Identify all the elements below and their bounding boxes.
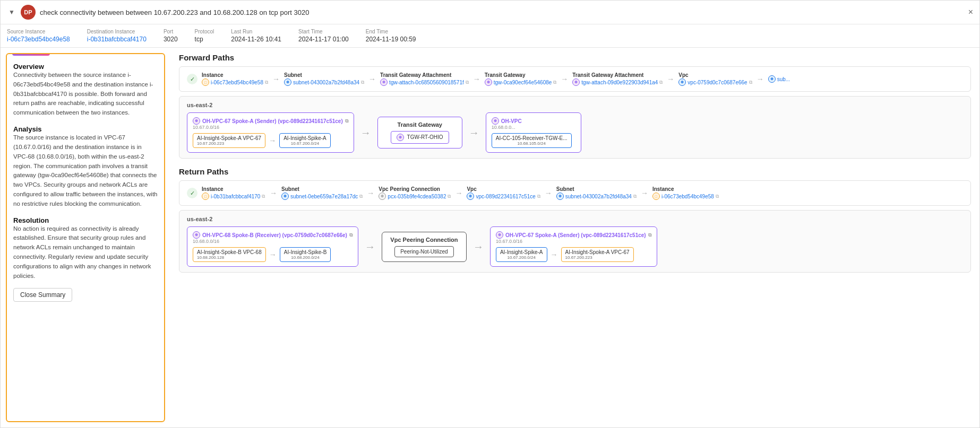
port-meta: Port 3020 — [164, 29, 178, 43]
end-time-value: 2024-11-19 00:59 — [366, 36, 416, 43]
return-receiver-lock-node: AI-Insight-Spike-B 10.68.200.0/24 — [280, 247, 331, 262]
resolution-text: No action is required as connectivity is… — [13, 224, 158, 281]
source-instance-value[interactable]: i-06c73ebd54bc49e58 — [7, 36, 70, 43]
return-peering-icon: ⊕ — [379, 193, 386, 200]
close-summary-button[interactable]: Close Summary — [13, 288, 72, 302]
protocol-value: tcp — [195, 36, 214, 43]
copy-vpc-icon[interactable]: ⧉ — [345, 118, 348, 124]
ai-badge-label: Kentik AI — [23, 53, 46, 55]
forward-paths-section: Forward Paths ✓ Instance □ i-06c73ebd54b… — [179, 53, 971, 159]
forward-paths-title: Forward Paths — [179, 53, 971, 62]
forward-node-sub: ⊕ sub... — [768, 75, 832, 83]
overview-title: Overview — [13, 63, 158, 71]
forward-sender-subnet-node: AI-Insight-Spoke-A VPC-67 10.67.200.223 — [193, 133, 265, 148]
big-arrow-2: → — [469, 127, 479, 139]
forward-sender-vpc-box: ⊕ OH-VPC-67 Spoke-A (Sender) (vpc-089d22… — [187, 112, 354, 153]
return-copy-vpc-icon[interactable]: ⧉ — [349, 232, 353, 238]
return-node-vpc: Vpc ⊕ vpc-089d22341617c51ce ⧉ — [467, 186, 540, 200]
paths-area: Forward Paths ✓ Instance □ i-06c73ebd54b… — [170, 48, 979, 427]
avatar: DP — [21, 5, 36, 20]
return-copy-6[interactable]: ⧉ — [716, 194, 719, 199]
return-region-inner: ⊕ OH-VPC-68 Spoke-B (Receiver) (vpc-0759… — [187, 226, 963, 267]
return-paths-title: Return Paths — [179, 167, 971, 176]
forward-sender-vpc-nodes: AI-Insight-Spoke-A VPC-67 10.67.200.223 … — [193, 133, 348, 148]
dropdown-button[interactable]: ▼ — [7, 7, 16, 17]
forward-receiver-vpc-box: ⊕ OH-VPC 10.68.0.0... AI-CC-105-Receiver… — [486, 112, 581, 153]
destination-instance-meta: Destination Instance i-0b31bafcbbcaf4170 — [87, 29, 147, 43]
return-sender-vpc-icon: ⊕ — [496, 231, 503, 239]
return-node-subnet-1: Subnet ⊕ subnet-0ebe659a7e28a17dc ⧉ — [281, 186, 363, 200]
resolution-section: Resolution No action is required as conn… — [13, 214, 158, 281]
start-time-value: 2024-11-17 01:00 — [298, 36, 349, 43]
return-receiver-vpc-nodes: AI-Insight-Spoke-B VPC-68 10.68.200.128 … — [193, 247, 353, 262]
forward-node-tgw-attach-1: Transit Gateway Attachment ⊕ tgw-attach-… — [380, 72, 469, 86]
return-arrow-4: → — [540, 189, 556, 197]
return-peering-node: Peering-Not-Utilized — [394, 246, 453, 257]
last-run-label: Last Run — [231, 29, 281, 34]
forward-node-vpc: Vpc ⊕ vpc-0759d0c7c0687e66e ⧉ — [678, 72, 752, 86]
return-subnet-icon: ⊕ — [281, 193, 289, 200]
forward-receiver-vpc-cidr: 10.68.0.0... — [492, 125, 575, 130]
return-path-header-row: ✓ Instance □ i-0b31bafcbbcaf4170 ⧉ → Sub… — [187, 186, 963, 200]
main-content: ✦ Kentik AI Overview Connectivity betwee… — [1, 48, 979, 427]
forward-sender-vpc-title: ⊕ OH-VPC-67 Spoke-A (Sender) (vpc-089d22… — [193, 117, 348, 125]
analysis-title: Analysis — [13, 125, 158, 133]
return-inner-arrow-2: → — [551, 250, 558, 259]
close-button[interactable]: × — [968, 8, 973, 16]
return-instance2-icon: □ — [652, 193, 660, 200]
resolution-title: Resolution — [13, 216, 158, 224]
forward-region-inner: ⊕ OH-VPC-67 Spoke-A (Sender) (vpc-089d22… — [187, 112, 963, 153]
arrow-3: → — [469, 75, 485, 83]
return-big-arrow-1: → — [365, 241, 375, 253]
return-sender-lock-node: AI-Insight-Spike-A 10.67.200.0/24 — [496, 247, 547, 262]
return-receiver-vpc-box: ⊕ OH-VPC-68 Spoke-B (Receiver) (vpc-0759… — [187, 226, 358, 267]
tgw-icon: ⊕ — [485, 78, 492, 86]
protocol-label: Protocol — [195, 29, 214, 34]
tgw-route-icon: ⊕ — [397, 134, 404, 141]
forward-tgw-box: Transit Gateway ⊕ TGW-RT-OHIO — [377, 117, 462, 149]
return-receiver-vpc-title: ⊕ OH-VPC-68 Spoke-B (Receiver) (vpc-0759… — [193, 231, 353, 239]
forward-receiver-vpc-nodes: AI-CC-105-Receiver-TGW-E... 10.68.105.0/… — [492, 133, 575, 148]
arrow-6: → — [752, 75, 768, 83]
return-sender-vpc-title: ⊕ OH-VPC-67 Spoke-A (Sender) (vpc-089d22… — [496, 231, 651, 239]
return-node-vpc-peering: Vpc Peering Connection ⊕ pcx-035b9fe4cde… — [379, 186, 451, 200]
arrow-2: → — [364, 75, 380, 83]
vpc-purple-icon-2: ⊕ — [492, 117, 499, 125]
return-inner-arrow-1: → — [269, 250, 277, 259]
vpc-purple-icon: ⊕ — [193, 117, 200, 125]
analysis-section: Analysis The source instance is located … — [13, 123, 158, 209]
big-arrow-1: → — [360, 127, 371, 139]
vpc-icon: ⊕ — [678, 78, 686, 86]
end-time-label: End Time — [366, 29, 416, 34]
arrow-4: → — [556, 75, 572, 83]
return-copy-sender-icon[interactable]: ⧉ — [648, 232, 651, 238]
forward-node-subnet: Subnet ⊕ subnet-043002a7b2fd48a34 ⧉ — [284, 72, 364, 86]
return-check-icon: ✓ — [187, 188, 197, 198]
sub-icon: ⊕ — [768, 75, 776, 83]
destination-instance-value[interactable]: i-0b31bafcbbcaf4170 — [87, 36, 147, 43]
ai-panel: ✦ Kentik AI Overview Connectivity betwee… — [6, 53, 165, 422]
tgw-attach-icon: ⊕ — [380, 78, 388, 86]
overview-section: Overview Connectivity between the source… — [13, 60, 158, 118]
source-instance-meta: Source Instance i-06c73ebd54bc49e58 — [7, 29, 70, 43]
return-sender-vpc-box: ⊕ OH-VPC-67 Spoke-A (Sender) (vpc-089d22… — [490, 226, 657, 267]
return-sender-vpc-cidr: 10.67.0.0/16 — [496, 239, 651, 244]
arrow-1: → — [268, 75, 284, 83]
return-subnet2-icon: ⊕ — [556, 193, 564, 200]
return-sender-vpc-nodes: AI-Insight-Spike-A 10.67.200.0/24 → AI-I… — [496, 247, 651, 262]
return-copy-1[interactable]: ⧉ — [262, 194, 265, 199]
forward-receiver-vpc-title: ⊕ OH-VPC — [492, 117, 575, 125]
ai-badge: ✦ Kentik AI — [12, 53, 50, 56]
return-receiver-vpc-cidr: 10.68.0.0/16 — [193, 239, 353, 244]
forward-node-tgw-attach-2: Transit Gateway Attachment ⊕ tgw-attach-… — [572, 72, 663, 86]
forward-receiver-lock-node: AI-CC-105-Receiver-TGW-E... 10.68.105.0/… — [492, 133, 572, 148]
port-value: 3020 — [164, 36, 178, 43]
forward-node-tgw: Transit Gateway ⊕ tgw-0ca90ecf64e54608e … — [485, 72, 557, 86]
return-arrow-2: → — [363, 189, 379, 197]
header-bar: ▼ DP check connectivity between between … — [1, 1, 979, 24]
return-arrow-3: → — [451, 189, 467, 197]
port-label: Port — [164, 29, 178, 34]
subnet-icon: ⊕ — [284, 78, 291, 86]
forward-tgw-title: Transit Gateway — [385, 121, 454, 128]
check-icon: ✓ — [187, 74, 197, 84]
